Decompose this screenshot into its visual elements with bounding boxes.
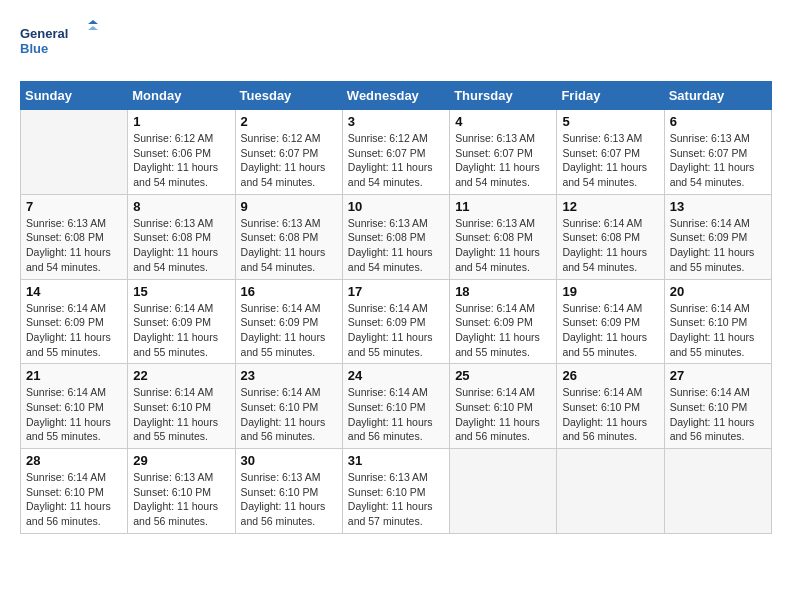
svg-marker-2 — [88, 20, 98, 24]
day-number: 6 — [670, 114, 766, 129]
calendar-cell: 12 Sunrise: 6:14 AM Sunset: 6:08 PM Dayl… — [557, 194, 664, 279]
calendar-table: SundayMondayTuesdayWednesdayThursdayFrid… — [20, 81, 772, 534]
day-number: 3 — [348, 114, 444, 129]
day-info: Sunrise: 6:14 AM Sunset: 6:10 PM Dayligh… — [133, 385, 229, 444]
calendar-cell — [557, 449, 664, 534]
calendar-cell: 11 Sunrise: 6:13 AM Sunset: 6:08 PM Dayl… — [450, 194, 557, 279]
calendar-cell: 31 Sunrise: 6:13 AM Sunset: 6:10 PM Dayl… — [342, 449, 449, 534]
calendar-cell: 17 Sunrise: 6:14 AM Sunset: 6:09 PM Dayl… — [342, 279, 449, 364]
day-number: 13 — [670, 199, 766, 214]
calendar-cell: 24 Sunrise: 6:14 AM Sunset: 6:10 PM Dayl… — [342, 364, 449, 449]
day-info: Sunrise: 6:13 AM Sunset: 6:08 PM Dayligh… — [348, 216, 444, 275]
svg-text:General: General — [20, 26, 68, 41]
day-number: 19 — [562, 284, 658, 299]
calendar-cell: 7 Sunrise: 6:13 AM Sunset: 6:08 PM Dayli… — [21, 194, 128, 279]
day-info: Sunrise: 6:14 AM Sunset: 6:10 PM Dayligh… — [670, 301, 766, 360]
day-number: 18 — [455, 284, 551, 299]
weekday-header-friday: Friday — [557, 82, 664, 110]
calendar-cell: 4 Sunrise: 6:13 AM Sunset: 6:07 PM Dayli… — [450, 110, 557, 195]
day-number: 30 — [241, 453, 337, 468]
calendar-cell: 23 Sunrise: 6:14 AM Sunset: 6:10 PM Dayl… — [235, 364, 342, 449]
day-info: Sunrise: 6:13 AM Sunset: 6:08 PM Dayligh… — [455, 216, 551, 275]
calendar-cell — [664, 449, 771, 534]
day-number: 28 — [26, 453, 122, 468]
calendar-cell: 8 Sunrise: 6:13 AM Sunset: 6:08 PM Dayli… — [128, 194, 235, 279]
day-number: 21 — [26, 368, 122, 383]
day-number: 27 — [670, 368, 766, 383]
day-info: Sunrise: 6:14 AM Sunset: 6:10 PM Dayligh… — [241, 385, 337, 444]
day-info: Sunrise: 6:13 AM Sunset: 6:10 PM Dayligh… — [348, 470, 444, 529]
day-number: 24 — [348, 368, 444, 383]
day-info: Sunrise: 6:14 AM Sunset: 6:08 PM Dayligh… — [562, 216, 658, 275]
weekday-header-thursday: Thursday — [450, 82, 557, 110]
calendar-cell: 30 Sunrise: 6:13 AM Sunset: 6:10 PM Dayl… — [235, 449, 342, 534]
weekday-header-tuesday: Tuesday — [235, 82, 342, 110]
day-info: Sunrise: 6:12 AM Sunset: 6:06 PM Dayligh… — [133, 131, 229, 190]
svg-text:Blue: Blue — [20, 41, 48, 56]
day-number: 22 — [133, 368, 229, 383]
calendar-cell: 1 Sunrise: 6:12 AM Sunset: 6:06 PM Dayli… — [128, 110, 235, 195]
day-number: 8 — [133, 199, 229, 214]
day-number: 26 — [562, 368, 658, 383]
weekday-header-saturday: Saturday — [664, 82, 771, 110]
day-info: Sunrise: 6:13 AM Sunset: 6:08 PM Dayligh… — [241, 216, 337, 275]
calendar-cell: 5 Sunrise: 6:13 AM Sunset: 6:07 PM Dayli… — [557, 110, 664, 195]
day-info: Sunrise: 6:14 AM Sunset: 6:10 PM Dayligh… — [348, 385, 444, 444]
day-info: Sunrise: 6:13 AM Sunset: 6:08 PM Dayligh… — [133, 216, 229, 275]
day-number: 23 — [241, 368, 337, 383]
day-info: Sunrise: 6:14 AM Sunset: 6:09 PM Dayligh… — [241, 301, 337, 360]
calendar-cell: 16 Sunrise: 6:14 AM Sunset: 6:09 PM Dayl… — [235, 279, 342, 364]
weekday-header-wednesday: Wednesday — [342, 82, 449, 110]
day-info: Sunrise: 6:14 AM Sunset: 6:10 PM Dayligh… — [670, 385, 766, 444]
day-number: 11 — [455, 199, 551, 214]
day-info: Sunrise: 6:14 AM Sunset: 6:09 PM Dayligh… — [348, 301, 444, 360]
day-info: Sunrise: 6:14 AM Sunset: 6:09 PM Dayligh… — [133, 301, 229, 360]
page-header: General Blue — [20, 20, 772, 65]
day-info: Sunrise: 6:13 AM Sunset: 6:07 PM Dayligh… — [562, 131, 658, 190]
calendar-cell: 25 Sunrise: 6:14 AM Sunset: 6:10 PM Dayl… — [450, 364, 557, 449]
day-info: Sunrise: 6:14 AM Sunset: 6:10 PM Dayligh… — [26, 385, 122, 444]
day-info: Sunrise: 6:13 AM Sunset: 6:07 PM Dayligh… — [670, 131, 766, 190]
calendar-cell: 15 Sunrise: 6:14 AM Sunset: 6:09 PM Dayl… — [128, 279, 235, 364]
calendar-cell: 27 Sunrise: 6:14 AM Sunset: 6:10 PM Dayl… — [664, 364, 771, 449]
day-info: Sunrise: 6:13 AM Sunset: 6:10 PM Dayligh… — [133, 470, 229, 529]
calendar-cell: 10 Sunrise: 6:13 AM Sunset: 6:08 PM Dayl… — [342, 194, 449, 279]
calendar-cell: 14 Sunrise: 6:14 AM Sunset: 6:09 PM Dayl… — [21, 279, 128, 364]
calendar-cell: 22 Sunrise: 6:14 AM Sunset: 6:10 PM Dayl… — [128, 364, 235, 449]
day-info: Sunrise: 6:14 AM Sunset: 6:09 PM Dayligh… — [670, 216, 766, 275]
calendar-cell: 20 Sunrise: 6:14 AM Sunset: 6:10 PM Dayl… — [664, 279, 771, 364]
svg-marker-3 — [88, 26, 98, 30]
day-number: 17 — [348, 284, 444, 299]
calendar-cell: 2 Sunrise: 6:12 AM Sunset: 6:07 PM Dayli… — [235, 110, 342, 195]
day-number: 31 — [348, 453, 444, 468]
calendar-cell: 6 Sunrise: 6:13 AM Sunset: 6:07 PM Dayli… — [664, 110, 771, 195]
day-number: 29 — [133, 453, 229, 468]
day-number: 2 — [241, 114, 337, 129]
day-number: 10 — [348, 199, 444, 214]
day-number: 4 — [455, 114, 551, 129]
day-info: Sunrise: 6:13 AM Sunset: 6:08 PM Dayligh… — [26, 216, 122, 275]
day-number: 14 — [26, 284, 122, 299]
day-number: 20 — [670, 284, 766, 299]
general-blue-logo: General Blue — [20, 20, 100, 65]
day-number: 1 — [133, 114, 229, 129]
calendar-cell: 3 Sunrise: 6:12 AM Sunset: 6:07 PM Dayli… — [342, 110, 449, 195]
day-info: Sunrise: 6:13 AM Sunset: 6:07 PM Dayligh… — [455, 131, 551, 190]
day-number: 16 — [241, 284, 337, 299]
day-info: Sunrise: 6:14 AM Sunset: 6:09 PM Dayligh… — [562, 301, 658, 360]
calendar-cell: 9 Sunrise: 6:13 AM Sunset: 6:08 PM Dayli… — [235, 194, 342, 279]
weekday-header-monday: Monday — [128, 82, 235, 110]
day-info: Sunrise: 6:12 AM Sunset: 6:07 PM Dayligh… — [241, 131, 337, 190]
calendar-cell: 19 Sunrise: 6:14 AM Sunset: 6:09 PM Dayl… — [557, 279, 664, 364]
day-info: Sunrise: 6:14 AM Sunset: 6:10 PM Dayligh… — [562, 385, 658, 444]
day-info: Sunrise: 6:14 AM Sunset: 6:09 PM Dayligh… — [455, 301, 551, 360]
logo: General Blue — [20, 20, 100, 65]
calendar-cell: 26 Sunrise: 6:14 AM Sunset: 6:10 PM Dayl… — [557, 364, 664, 449]
day-info: Sunrise: 6:14 AM Sunset: 6:10 PM Dayligh… — [26, 470, 122, 529]
calendar-cell: 28 Sunrise: 6:14 AM Sunset: 6:10 PM Dayl… — [21, 449, 128, 534]
day-info: Sunrise: 6:12 AM Sunset: 6:07 PM Dayligh… — [348, 131, 444, 190]
calendar-cell: 29 Sunrise: 6:13 AM Sunset: 6:10 PM Dayl… — [128, 449, 235, 534]
day-info: Sunrise: 6:14 AM Sunset: 6:09 PM Dayligh… — [26, 301, 122, 360]
day-number: 5 — [562, 114, 658, 129]
calendar-cell — [21, 110, 128, 195]
